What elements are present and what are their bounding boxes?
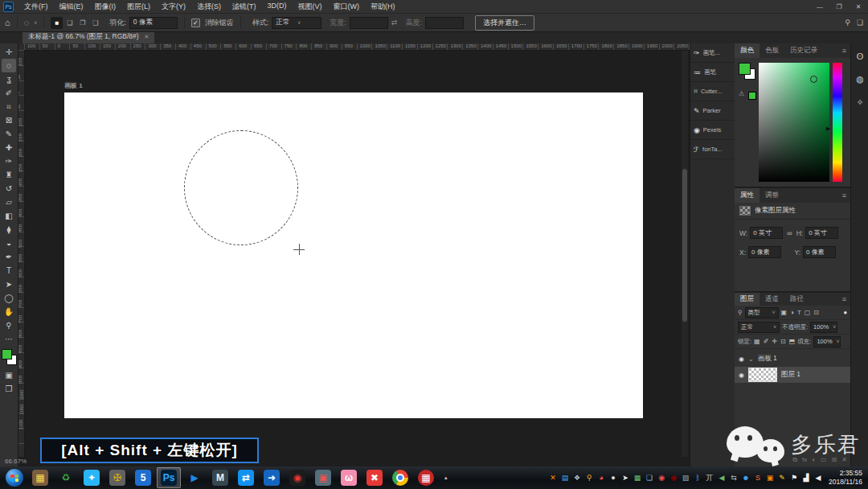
xmind-app[interactable]: M xyxy=(208,467,232,488)
brush-settings-panel-button[interactable]: ✑画笔... xyxy=(690,43,735,63)
tray-tiles[interactable]: ❖ xyxy=(571,469,583,487)
menu-item[interactable]: 滤镜(T) xyxy=(227,2,262,12)
tab-close-icon[interactable]: ✕ xyxy=(145,34,149,40)
zoom-level-status[interactable]: 66.67% xyxy=(5,458,27,465)
tray-orange-search[interactable]: ⚲ xyxy=(583,469,595,487)
feather-input[interactable]: 0 像素 xyxy=(129,17,178,29)
properties-tab[interactable]: 属性 xyxy=(735,188,760,203)
clone-stamp-tool[interactable]: ♜ xyxy=(2,168,16,182)
tray-photo[interactable]: ▨ xyxy=(680,469,691,487)
shapes-icon[interactable]: ✧ xyxy=(856,97,863,108)
filter-kind-icon[interactable]: T xyxy=(797,309,801,316)
gamut-color-chip[interactable] xyxy=(748,92,756,100)
hand-tool[interactable]: ✋ xyxy=(2,305,16,318)
tray-green-speaker[interactable]: ◀ xyxy=(716,469,727,487)
brush-tool[interactable]: ✑ xyxy=(2,154,16,168)
recorder-app[interactable]: ◉ xyxy=(285,467,309,488)
panel-menu-icon[interactable]: ≡ xyxy=(838,188,850,203)
tray-bars[interactable]: 丌 xyxy=(704,469,715,487)
libraries-icon[interactable]: ◍ xyxy=(856,74,864,84)
layer-search-icon[interactable]: ⚲ xyxy=(738,309,743,316)
y-field[interactable]: 0 像素 xyxy=(803,246,836,258)
selection-mode-button[interactable]: ❑ xyxy=(89,17,101,29)
tray-link[interactable]: ⇆ xyxy=(728,469,739,487)
search-icon[interactable]: ⚲ xyxy=(845,18,850,27)
tray-orange-box[interactable]: ▣ xyxy=(764,469,776,487)
select-and-mask-button[interactable]: 选择并遮住… xyxy=(475,15,534,31)
visibility-eye-icon[interactable]: ◉ xyxy=(739,372,744,379)
menu-item[interactable]: 文件(F) xyxy=(18,2,54,12)
quick-selection-tool[interactable]: ✐ xyxy=(2,86,16,100)
menu-item[interactable]: 帮助(H) xyxy=(365,2,401,12)
visibility-eye-icon[interactable]: ◉ xyxy=(739,355,744,363)
tray-bluetooth[interactable]: ᛒ xyxy=(692,469,703,487)
filter-kind-icon[interactable]: ▢ xyxy=(805,309,811,316)
lock-icon[interactable]: ✛ xyxy=(772,338,777,345)
menu-item[interactable]: 窗口(W) xyxy=(328,2,366,12)
menu-item[interactable]: 编辑(E) xyxy=(54,2,89,12)
frame-tool[interactable]: ⊠ xyxy=(2,113,16,127)
lock-icon[interactable]: ⬒ xyxy=(789,338,796,345)
tray-person[interactable]: ☻ xyxy=(740,469,751,487)
height-input[interactable] xyxy=(425,17,464,29)
x-field[interactable]: 0 像素 xyxy=(748,246,781,258)
show-hidden-icons-arrow[interactable]: ▴ xyxy=(444,475,448,481)
horizontal-ruler[interactable]: 1005005010015020025030035040045050055060… xyxy=(24,43,690,51)
opacity-select[interactable]: 100% ˅ xyxy=(810,322,837,333)
layer-row[interactable]: ◉⌄画板 1 xyxy=(735,351,850,367)
chevron-down-icon[interactable]: ⌄ xyxy=(748,355,754,363)
document-tab[interactable]: 未标题-1 @ 66.7% (图层 1, RGB/8#) ✕ xyxy=(23,31,154,43)
red-dial-app[interactable]: ▦ xyxy=(414,467,438,488)
potplayer-app[interactable]: ▶ xyxy=(182,467,207,488)
tray-record[interactable]: ◉ xyxy=(668,469,679,487)
tray-orange-x[interactable]: ✕ xyxy=(547,469,559,487)
shield-app[interactable]: ✠ xyxy=(105,467,129,488)
menu-item[interactable]: 文字(Y) xyxy=(156,2,191,12)
width-field[interactable]: 0 英寸 xyxy=(750,227,783,239)
foreground-color-swatch[interactable] xyxy=(739,63,751,75)
layer-filter-select[interactable]: 类型 ˅ xyxy=(745,307,779,318)
close-button[interactable]: ✕ xyxy=(849,3,868,10)
tray-network[interactable]: ▟ xyxy=(800,469,812,487)
filter-kind-icon[interactable]: ⊡ xyxy=(813,309,819,316)
tool-preset-chevron-icon[interactable]: ˅ xyxy=(34,20,37,26)
menu-item[interactable]: 图像(I) xyxy=(89,2,122,12)
scrollbar-thumb[interactable] xyxy=(682,169,687,322)
green-loop-app[interactable]: ♻ xyxy=(54,467,78,488)
crop-tool[interactable]: ⌗ xyxy=(2,100,16,113)
history-brush-tool[interactable]: ↺ xyxy=(2,182,16,195)
shape-tool[interactable]: ◯ xyxy=(2,291,16,305)
teamviewer-app[interactable]: ⇄ xyxy=(234,467,258,488)
brushes-panel-button[interactable]: ≔画笔 xyxy=(690,63,735,82)
pink-video-app[interactable]: ω xyxy=(337,467,361,488)
antialias-checkbox[interactable]: ✓ xyxy=(191,18,200,27)
menu-item[interactable]: 选择(S) xyxy=(191,2,227,12)
workspace-switcher-icon[interactable]: ❏ xyxy=(857,18,863,27)
layers-tab[interactable]: 路径 xyxy=(784,293,809,306)
zoom-tool[interactable]: ⚲ xyxy=(2,318,16,332)
artboard-canvas[interactable] xyxy=(64,92,643,418)
selection-mode-button[interactable]: ❐ xyxy=(76,17,88,29)
chrome-app[interactable] xyxy=(388,467,412,488)
eyedropper-tool[interactable]: ✎ xyxy=(2,127,16,141)
tray-cursor[interactable]: ➤ xyxy=(620,469,631,487)
lock-icon[interactable]: ▦ xyxy=(754,338,760,345)
color-swatches[interactable] xyxy=(1,349,17,368)
color-tab[interactable]: 色板 xyxy=(760,43,784,58)
start-button[interactable] xyxy=(2,467,27,488)
tray-flag[interactable]: ⚑ xyxy=(788,469,800,487)
minimize-button[interactable]: — xyxy=(810,3,829,10)
fontawesome-panel-button[interactable]: ℱfonTa... xyxy=(690,140,735,159)
learn-lightbulb-icon[interactable]: ʘ xyxy=(857,51,864,61)
menu-item[interactable]: 视图(V) xyxy=(293,2,328,12)
tray-yellow-pen[interactable]: ✎ xyxy=(776,469,788,487)
taskbar-clock[interactable]: 2:35:55 2018/11/16 xyxy=(829,469,866,487)
eraser-tool[interactable]: ▱ xyxy=(2,195,16,209)
path-selection-tool[interactable]: ➤ xyxy=(2,277,16,291)
blur-tool[interactable]: ⧫ xyxy=(2,223,16,236)
doc-arrow-app[interactable]: ➜ xyxy=(260,467,284,488)
type-tool[interactable]: T xyxy=(2,264,16,277)
pen-tool[interactable]: ✒ xyxy=(2,250,16,264)
swap-dimensions-icon[interactable]: ⇄ xyxy=(391,18,398,27)
elliptical-selection-marquee[interactable] xyxy=(184,130,298,245)
